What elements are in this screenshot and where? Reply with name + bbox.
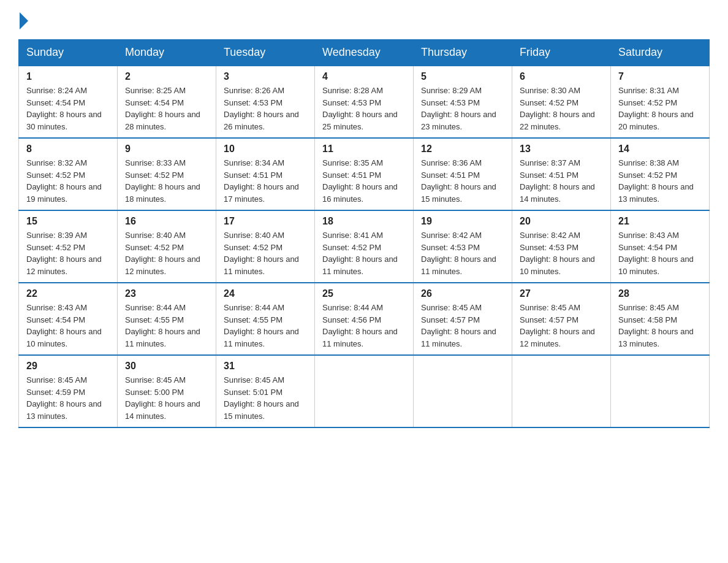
- day-number: 2: [125, 71, 208, 82]
- table-row: 29 Sunrise: 8:45 AMSunset: 4:59 PMDaylig…: [19, 355, 118, 427]
- day-number: 29: [26, 361, 110, 372]
- calendar-week-row: 1 Sunrise: 8:24 AMSunset: 4:54 PMDayligh…: [19, 66, 710, 138]
- day-number: 23: [125, 288, 208, 299]
- calendar-week-row: 29 Sunrise: 8:45 AMSunset: 4:59 PMDaylig…: [19, 355, 710, 427]
- table-row: 4 Sunrise: 8:28 AMSunset: 4:53 PMDayligh…: [315, 66, 414, 138]
- day-info: Sunrise: 8:42 AMSunset: 4:53 PMDaylight:…: [520, 231, 595, 276]
- day-number: 12: [421, 144, 504, 155]
- day-number: 13: [520, 144, 603, 155]
- header-sunday: Sunday: [19, 40, 118, 66]
- table-row: 21 Sunrise: 8:43 AMSunset: 4:54 PMDaylig…: [611, 210, 710, 283]
- day-number: 10: [224, 144, 307, 155]
- day-info: Sunrise: 8:42 AMSunset: 4:53 PMDaylight:…: [421, 231, 496, 276]
- header-tuesday: Tuesday: [216, 40, 315, 66]
- table-row: 26 Sunrise: 8:45 AMSunset: 4:57 PMDaylig…: [414, 283, 512, 355]
- day-number: 11: [322, 144, 406, 155]
- calendar-table: Sunday Monday Tuesday Wednesday Thursday…: [18, 39, 710, 428]
- calendar-week-row: 15 Sunrise: 8:39 AMSunset: 4:52 PMDaylig…: [19, 210, 710, 283]
- day-info: Sunrise: 8:36 AMSunset: 4:51 PMDaylight:…: [421, 158, 496, 204]
- table-row: 17 Sunrise: 8:40 AMSunset: 4:52 PMDaylig…: [216, 210, 315, 283]
- table-row: 7 Sunrise: 8:31 AMSunset: 4:52 PMDayligh…: [611, 66, 710, 138]
- day-number: 25: [322, 288, 406, 299]
- day-number: 9: [125, 144, 208, 155]
- header-wednesday: Wednesday: [315, 40, 414, 66]
- table-row: 15 Sunrise: 8:39 AMSunset: 4:52 PMDaylig…: [19, 210, 118, 283]
- table-row: 20 Sunrise: 8:42 AMSunset: 4:53 PMDaylig…: [512, 210, 611, 283]
- day-number: 24: [224, 288, 307, 299]
- day-number: 5: [421, 71, 504, 82]
- day-number: 4: [322, 71, 406, 82]
- day-info: Sunrise: 8:45 AMSunset: 5:01 PMDaylight:…: [224, 375, 299, 421]
- day-info: Sunrise: 8:40 AMSunset: 4:52 PMDaylight:…: [224, 231, 299, 276]
- calendar-week-row: 22 Sunrise: 8:43 AMSunset: 4:54 PMDaylig…: [19, 283, 710, 355]
- table-row: 2 Sunrise: 8:25 AMSunset: 4:54 PMDayligh…: [118, 66, 216, 138]
- logo-text: [18, 12, 29, 29]
- table-row: 14 Sunrise: 8:38 AMSunset: 4:52 PMDaylig…: [611, 138, 710, 210]
- day-info: Sunrise: 8:45 AMSunset: 4:57 PMDaylight:…: [520, 303, 595, 348]
- table-row: [315, 355, 414, 427]
- day-info: Sunrise: 8:44 AMSunset: 4:55 PMDaylight:…: [125, 303, 200, 348]
- day-info: Sunrise: 8:35 AMSunset: 4:51 PMDaylight:…: [322, 158, 398, 204]
- header-thursday: Thursday: [414, 40, 512, 66]
- day-number: 15: [26, 216, 110, 227]
- table-row: 18 Sunrise: 8:41 AMSunset: 4:52 PMDaylig…: [315, 210, 414, 283]
- day-number: 17: [224, 216, 307, 227]
- day-number: 20: [520, 216, 603, 227]
- day-info: Sunrise: 8:45 AMSunset: 4:59 PMDaylight:…: [26, 375, 102, 421]
- table-row: 6 Sunrise: 8:30 AMSunset: 4:52 PMDayligh…: [512, 66, 611, 138]
- table-row: [611, 355, 710, 427]
- day-number: 21: [618, 216, 702, 227]
- table-row: 19 Sunrise: 8:42 AMSunset: 4:53 PMDaylig…: [414, 210, 512, 283]
- day-number: 16: [125, 216, 208, 227]
- day-info: Sunrise: 8:39 AMSunset: 4:52 PMDaylight:…: [26, 231, 102, 276]
- day-number: 22: [26, 288, 110, 299]
- table-row: 5 Sunrise: 8:29 AMSunset: 4:53 PMDayligh…: [414, 66, 512, 138]
- day-number: 28: [618, 288, 702, 299]
- day-info: Sunrise: 8:26 AMSunset: 4:53 PMDaylight:…: [224, 86, 299, 131]
- day-info: Sunrise: 8:31 AMSunset: 4:52 PMDaylight:…: [618, 86, 694, 131]
- day-info: Sunrise: 8:44 AMSunset: 4:55 PMDaylight:…: [224, 303, 299, 348]
- day-number: 26: [421, 288, 504, 299]
- header-monday: Monday: [118, 40, 216, 66]
- table-row: 16 Sunrise: 8:40 AMSunset: 4:52 PMDaylig…: [118, 210, 216, 283]
- day-info: Sunrise: 8:45 AMSunset: 4:57 PMDaylight:…: [421, 303, 496, 348]
- day-number: 18: [322, 216, 406, 227]
- day-number: 19: [421, 216, 504, 227]
- day-info: Sunrise: 8:41 AMSunset: 4:52 PMDaylight:…: [322, 231, 398, 276]
- table-row: 11 Sunrise: 8:35 AMSunset: 4:51 PMDaylig…: [315, 138, 414, 210]
- table-row: 25 Sunrise: 8:44 AMSunset: 4:56 PMDaylig…: [315, 283, 414, 355]
- day-number: 1: [26, 71, 110, 82]
- logo: [18, 12, 29, 27]
- day-info: Sunrise: 8:34 AMSunset: 4:51 PMDaylight:…: [224, 158, 299, 204]
- page-header: [18, 12, 710, 27]
- day-info: Sunrise: 8:38 AMSunset: 4:52 PMDaylight:…: [618, 158, 694, 204]
- day-info: Sunrise: 8:40 AMSunset: 4:52 PMDaylight:…: [125, 231, 200, 276]
- day-info: Sunrise: 8:43 AMSunset: 4:54 PMDaylight:…: [26, 303, 102, 348]
- day-number: 7: [618, 71, 702, 82]
- table-row: 30 Sunrise: 8:45 AMSunset: 5:00 PMDaylig…: [118, 355, 216, 427]
- table-row: 3 Sunrise: 8:26 AMSunset: 4:53 PMDayligh…: [216, 66, 315, 138]
- table-row: 22 Sunrise: 8:43 AMSunset: 4:54 PMDaylig…: [19, 283, 118, 355]
- day-number: 8: [26, 144, 110, 155]
- table-row: [414, 355, 512, 427]
- table-row: 23 Sunrise: 8:44 AMSunset: 4:55 PMDaylig…: [118, 283, 216, 355]
- day-info: Sunrise: 8:24 AMSunset: 4:54 PMDaylight:…: [26, 86, 102, 131]
- logo-triangle-icon: [20, 12, 28, 29]
- day-info: Sunrise: 8:45 AMSunset: 5:00 PMDaylight:…: [125, 375, 200, 421]
- table-row: 24 Sunrise: 8:44 AMSunset: 4:55 PMDaylig…: [216, 283, 315, 355]
- day-number: 6: [520, 71, 603, 82]
- weekday-header-row: Sunday Monday Tuesday Wednesday Thursday…: [19, 40, 710, 66]
- table-row: 1 Sunrise: 8:24 AMSunset: 4:54 PMDayligh…: [19, 66, 118, 138]
- table-row: 10 Sunrise: 8:34 AMSunset: 4:51 PMDaylig…: [216, 138, 315, 210]
- day-number: 14: [618, 144, 702, 155]
- day-number: 31: [224, 361, 307, 372]
- day-number: 30: [125, 361, 208, 372]
- header-saturday: Saturday: [611, 40, 710, 66]
- day-number: 3: [224, 71, 307, 82]
- day-info: Sunrise: 8:29 AMSunset: 4:53 PMDaylight:…: [421, 86, 496, 131]
- day-info: Sunrise: 8:25 AMSunset: 4:54 PMDaylight:…: [125, 86, 200, 131]
- day-info: Sunrise: 8:44 AMSunset: 4:56 PMDaylight:…: [322, 303, 398, 348]
- table-row: 8 Sunrise: 8:32 AMSunset: 4:52 PMDayligh…: [19, 138, 118, 210]
- table-row: 31 Sunrise: 8:45 AMSunset: 5:01 PMDaylig…: [216, 355, 315, 427]
- table-row: 27 Sunrise: 8:45 AMSunset: 4:57 PMDaylig…: [512, 283, 611, 355]
